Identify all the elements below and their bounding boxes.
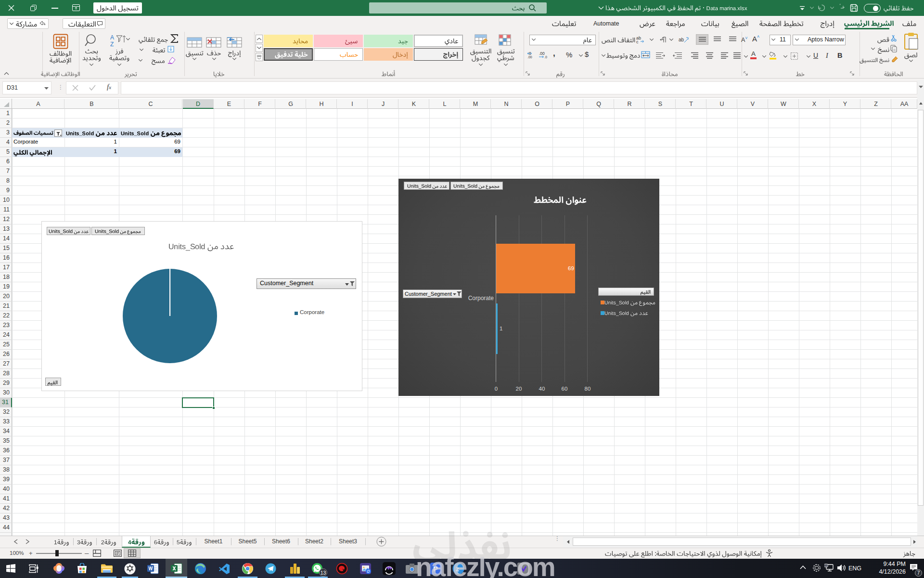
svg-text:ab: ab bbox=[679, 37, 684, 42]
svg-text:.00: .00 bbox=[527, 55, 532, 59]
svg-text:Z: Z bbox=[110, 41, 114, 48]
svg-text:c: c bbox=[636, 39, 639, 44]
svg-text:.0: .0 bbox=[544, 55, 547, 59]
svg-text:A: A bbox=[110, 34, 114, 41]
